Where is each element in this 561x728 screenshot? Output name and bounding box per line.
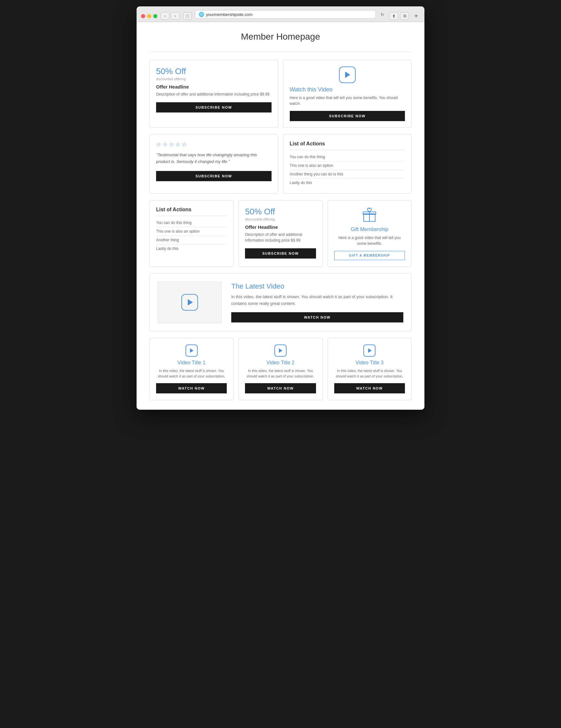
video-desc-1: Here is a good video that will tell you … xyxy=(290,95,405,106)
address-bar-container: 🌐 yourmembershipsite.com ↻ xyxy=(195,10,386,22)
close-button[interactable] xyxy=(141,14,145,18)
tabs-button[interactable]: ⧉ xyxy=(400,12,409,20)
subscribe-button-4[interactable]: SUBSCRIBE NOW xyxy=(245,248,316,259)
section-3-row: List of Actions You can do this thing Th… xyxy=(149,200,412,267)
new-tab-button[interactable]: + xyxy=(412,12,420,20)
watch-now-button-2[interactable]: WATCH NOW xyxy=(245,383,316,393)
offer-headline-1: Offer Headline xyxy=(156,84,271,89)
subscribe-button-2[interactable]: SUBSCRIBE NOW xyxy=(290,111,405,121)
latest-video-desc: In this video, the latest stuff is shown… xyxy=(231,294,403,307)
star-rating: ☆ ☆ ☆ ☆ ☆ xyxy=(156,141,271,148)
offer-price-2: 50% Off xyxy=(245,207,316,217)
nav-buttons: ‹ › xyxy=(160,12,180,20)
page-title: Member Homepage xyxy=(149,32,412,42)
list-item-2-4: Lastly do this xyxy=(156,244,227,253)
gift-desc: Here is a good video that will tell you … xyxy=(334,235,405,246)
page-content: Member Homepage 50% Off discounted offer… xyxy=(136,22,425,410)
testimonial-card: ☆ ☆ ☆ ☆ ☆ "Testimonial that says how lif… xyxy=(149,134,278,194)
star-3: ☆ xyxy=(169,141,174,148)
gift-card: Gift Membership Here is a good video tha… xyxy=(328,200,412,267)
refresh-button[interactable]: ↻ xyxy=(378,11,386,18)
offer-desc-2: Description of offer and additional info… xyxy=(245,232,316,243)
video-mini-icon-2 xyxy=(245,345,316,357)
star-5: ☆ xyxy=(182,141,187,148)
list-title-1: List of Actions xyxy=(290,141,405,147)
star-1: ☆ xyxy=(156,141,161,148)
video-card-1: Watch this Video Here is a good video th… xyxy=(283,60,412,128)
list-card-2: List of Actions You can do this thing Th… xyxy=(149,200,233,267)
offer-card-1: 50% Off discounted offering Offer Headli… xyxy=(149,60,278,128)
share-button[interactable]: ⬆ xyxy=(389,12,398,20)
gift-title: Gift Membership xyxy=(334,227,405,232)
action-buttons: ⬆ ⧉ xyxy=(389,12,409,20)
video-mini-card-1: Video Title 1 In this video, the latest … xyxy=(149,338,233,400)
star-4: ☆ xyxy=(175,141,180,148)
video-mini-icon-1 xyxy=(156,345,227,357)
list-item-1-1: You can do this thing xyxy=(290,153,405,161)
list-item-2-1: You can do this thing xyxy=(156,219,227,227)
video-mini-icon-3 xyxy=(334,345,405,357)
list-divider-2 xyxy=(156,216,227,216)
star-2: ☆ xyxy=(162,141,167,148)
mini-play-button-2[interactable] xyxy=(274,345,287,357)
mini-play-triangle-3 xyxy=(368,348,372,353)
video-mini-card-3: Video Title 3 In this video, the latest … xyxy=(328,338,412,400)
gift-svg xyxy=(361,207,378,223)
offer-subtitle-1: discounted offering xyxy=(156,77,271,81)
video-grid: Video Title 1 In this video, the latest … xyxy=(149,338,412,400)
video-title-1: Watch this Video xyxy=(290,86,405,93)
watch-now-button-1[interactable]: WATCH NOW xyxy=(156,383,227,393)
gift-icon xyxy=(334,207,405,223)
mini-play-triangle-2 xyxy=(279,348,283,353)
list-card-1: List of Actions You can do this thing Th… xyxy=(283,134,412,194)
offer-price-1: 50% Off xyxy=(156,66,271,76)
maximize-button[interactable] xyxy=(153,14,157,18)
video-mini-desc-1: In this video, the latest stuff is shown… xyxy=(156,368,227,379)
subscribe-button-3[interactable]: SUBSCRIBE NOW xyxy=(156,171,271,181)
offer-desc-1: Description of offer and additional info… xyxy=(156,91,271,97)
video-icon-1 xyxy=(290,66,405,83)
browser-chrome: ‹ › □ 🌐 yourmembershipsite.com ↻ ⬆ ⧉ + xyxy=(136,6,425,22)
minimize-button[interactable] xyxy=(147,14,151,18)
latest-video-section: The Latest Video In this video, the late… xyxy=(149,273,412,331)
forward-button[interactable]: › xyxy=(171,12,180,20)
section-2-row: ☆ ☆ ☆ ☆ ☆ "Testimonial that says how lif… xyxy=(149,134,412,194)
watch-now-button-3[interactable]: WATCH NOW xyxy=(334,383,405,393)
list-item-2-2: This one is also an option xyxy=(156,227,227,236)
offer-card-2: 50% Off discounted offering Offer Headli… xyxy=(238,200,323,267)
top-divider xyxy=(149,51,412,52)
mini-play-button-1[interactable] xyxy=(185,345,198,357)
list-item-1-2: This one is also an option xyxy=(290,161,405,170)
section-1-row: 50% Off discounted offering Offer Headli… xyxy=(149,60,412,128)
list-item-1-4: Lastly do this xyxy=(290,179,405,187)
latest-play-triangle xyxy=(188,299,193,306)
mini-play-button-3[interactable] xyxy=(363,345,376,357)
offer-headline-2: Offer Headline xyxy=(245,224,316,230)
latest-video-title: The Latest Video xyxy=(231,282,403,290)
list-item-2-3: Another thing xyxy=(156,236,227,244)
latest-play-button[interactable] xyxy=(181,294,198,311)
offer-subtitle-2: discounted offering xyxy=(245,217,316,221)
latest-video-info: The Latest Video In this video, the late… xyxy=(231,282,403,322)
url-text: yourmembershipsite.com xyxy=(206,12,252,17)
play-button-1[interactable] xyxy=(339,66,356,83)
sidebar-button[interactable]: □ xyxy=(183,12,192,20)
video-mini-title-1: Video Title 1 xyxy=(156,360,227,366)
testimonial-text: "Testimonial that says how life changing… xyxy=(156,152,271,165)
subscribe-button-1[interactable]: SUBSCRIBE NOW xyxy=(156,102,271,112)
video-mini-title-2: Video Title 2 xyxy=(245,360,316,366)
browser-top-row: ‹ › □ 🌐 yourmembershipsite.com ↻ ⬆ ⧉ + xyxy=(141,10,420,22)
gift-button[interactable]: GIFT A MEMBERSHIP xyxy=(334,251,405,260)
mini-play-triangle-1 xyxy=(190,348,193,353)
browser-window: ‹ › □ 🌐 yourmembershipsite.com ↻ ⬆ ⧉ + M… xyxy=(136,6,425,410)
address-bar[interactable]: 🌐 yourmembershipsite.com xyxy=(195,10,376,19)
video-mini-desc-3: In this video, the latest stuff is shown… xyxy=(334,368,405,379)
video-mini-desc-2: In this video, the latest stuff is shown… xyxy=(245,368,316,379)
video-mini-title-3: Video Title 3 xyxy=(334,360,405,366)
list-item-1-3: Another thing you can do is this xyxy=(290,170,405,179)
globe-icon: 🌐 xyxy=(199,12,204,17)
latest-video-thumbnail[interactable] xyxy=(158,282,222,323)
watch-now-button-main[interactable]: WATCH NOW xyxy=(231,312,403,322)
video-mini-card-2: Video Title 2 In this video, the latest … xyxy=(238,338,323,400)
back-button[interactable]: ‹ xyxy=(160,12,169,20)
